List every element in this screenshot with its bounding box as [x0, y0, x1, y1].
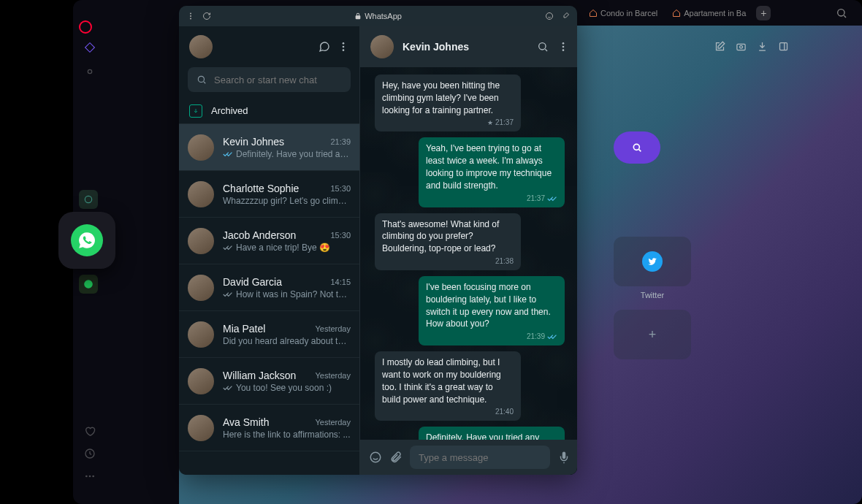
opera-logo-icon: [79, 20, 92, 34]
chat-avatar: [188, 275, 214, 301]
chat-preview: You too! See you soon :): [236, 383, 332, 393]
attach-icon[interactable]: [389, 451, 403, 464]
new-chat-icon[interactable]: [319, 41, 330, 53]
chat-name: Jacob Anderson: [223, 229, 296, 241]
chat-preview: Have a nice trip! Bye 😍: [236, 243, 330, 253]
chat-avatar: [188, 321, 214, 348]
svg-point-22: [562, 46, 565, 48]
message-text: Definitely. Have you tried any specific …: [426, 432, 557, 440]
archived-label: Archived: [211, 105, 248, 116]
tab-condo[interactable]: Condo in Barcel: [584, 7, 662, 19]
message-5: Definitely. Have you tried any specific …: [419, 427, 565, 440]
svg-point-6: [84, 280, 93, 289]
diamond-icon[interactable]: [84, 42, 94, 53]
camera-icon[interactable]: [736, 41, 747, 52]
bookmark-icon[interactable]: [84, 66, 96, 77]
chat-item-4[interactable]: Mia PatelYesterday Did you heard already…: [179, 311, 359, 358]
compose-bar: [360, 440, 577, 475]
mic-icon[interactable]: [557, 451, 571, 464]
chat-avatar: [188, 368, 214, 394]
svg-point-4: [92, 476, 94, 478]
chat-preview: Definitely. Have you tried any...: [236, 149, 351, 159]
chat-time: Yesterday: [315, 324, 351, 333]
new-tab-button[interactable]: +: [756, 6, 771, 20]
emoji-icon[interactable]: [545, 12, 554, 20]
message-3: I've been focusing more on bouldering la…: [419, 276, 565, 345]
speed-tile-twitter[interactable]: [614, 237, 691, 286]
message-0: Hey, have you been hitting the climbing …: [375, 75, 521, 131]
chat-search[interactable]: [188, 67, 351, 92]
svg-point-7: [838, 9, 844, 16]
tab-label: Condo in Barcel: [600, 9, 657, 18]
chat-search-icon[interactable]: [537, 41, 549, 53]
whatsapp-badge[interactable]: [58, 212, 115, 269]
svg-point-17: [343, 46, 345, 48]
message-time: 21:38: [495, 256, 514, 267]
chat-name: Kevin Johnes: [223, 136, 284, 148]
message-text: I've been focusing more on bouldering la…: [426, 281, 557, 330]
speed-add-tile[interactable]: +: [614, 310, 691, 359]
chat-avatar: [188, 181, 214, 207]
chat-item-2[interactable]: Jacob Anderson15:30 Have a nice trip! By…: [179, 218, 359, 264]
chat-time: Yesterday: [315, 371, 351, 380]
svg-point-24: [370, 452, 381, 462]
message-4: I mostly do lead climbing, but I want to…: [375, 351, 521, 421]
svg-point-12: [190, 13, 191, 15]
browser-search-icon[interactable]: [836, 7, 847, 22]
star-icon: ★: [487, 118, 493, 128]
heart-icon[interactable]: [84, 425, 96, 437]
svg-point-19: [198, 76, 204, 82]
chat-item-6[interactable]: Ava SmithYesterday Here is the link to a…: [179, 405, 359, 451]
pin-icon[interactable]: [561, 12, 570, 20]
chatgpt-app-icon[interactable]: [79, 190, 98, 209]
sidebar-menu-icon[interactable]: [337, 41, 349, 53]
message-time: 21:37: [527, 194, 545, 204]
edit-icon[interactable]: [714, 41, 725, 52]
svg-rect-10: [780, 43, 787, 50]
panel-icon[interactable]: [778, 41, 789, 52]
clock-icon[interactable]: [84, 448, 96, 459]
chat-avatar: [188, 228, 214, 254]
chat-preview: How it was in Spain? Not too...: [236, 289, 351, 299]
svg-point-16: [343, 42, 345, 45]
chat-item-3[interactable]: David Garcia14:15 How it was in Spain? N…: [179, 264, 359, 311]
svg-point-15: [546, 13, 553, 20]
chat-menu-icon[interactable]: [557, 41, 569, 53]
emoji-picker-icon[interactable]: [369, 451, 382, 464]
message-time: 21:40: [495, 407, 514, 417]
chat-item-5[interactable]: William JacksonYesterday You too! See yo…: [179, 358, 359, 405]
chat-name: Charlotte Sophie: [223, 183, 299, 194]
contact-avatar[interactable]: [370, 35, 394, 58]
chat-name: David Garcia: [223, 276, 282, 288]
chat-name: Mia Patel: [223, 323, 265, 335]
svg-point-18: [343, 49, 345, 51]
svg-point-0: [88, 69, 91, 73]
tab-apartment[interactable]: Apartament in Ba: [668, 7, 750, 19]
more-icon[interactable]: [84, 470, 96, 482]
message-text: Yeah, I've been trying to go at least tw…: [426, 142, 557, 191]
search-icon: [197, 75, 207, 85]
chat-item-0[interactable]: Kevin Johnes21:39 Definitely. Have you t…: [179, 124, 359, 171]
whatsapp-window: WhatsApp Archived: [179, 6, 577, 475]
spotify-app-icon[interactable]: [79, 275, 98, 294]
chat-pane: Kevin Johnes Hey, have you been hitting …: [360, 26, 577, 475]
message-input[interactable]: [419, 452, 541, 463]
speed-tile-label: Twitter: [614, 291, 691, 299]
chat-preview: Whazzzzup girl? Let's go climbing...: [223, 196, 351, 206]
archived-row[interactable]: Archived: [179, 98, 359, 124]
download-icon[interactable]: [757, 41, 768, 52]
chat-preview: Did you heard already about this?...: [223, 336, 351, 346]
svg-point-9: [740, 45, 743, 48]
chat-preview: Here is the link to affirmations: ...: [223, 429, 351, 440]
svg-point-13: [190, 15, 191, 17]
archive-icon: [189, 104, 202, 118]
whatsapp-titlebar: WhatsApp: [179, 6, 577, 26]
chat-item-1[interactable]: Charlotte Sophie15:30 Whazzzzup girl? Le…: [179, 171, 359, 218]
my-avatar[interactable]: [189, 35, 213, 58]
reload-icon[interactable]: [202, 12, 211, 20]
menu-icon[interactable]: [186, 12, 195, 20]
message-time: 21:37: [495, 118, 514, 128]
chat-title: Kevin Johnes: [403, 41, 528, 53]
speed-search-button[interactable]: [614, 131, 660, 164]
chat-search-input[interactable]: [214, 75, 342, 85]
